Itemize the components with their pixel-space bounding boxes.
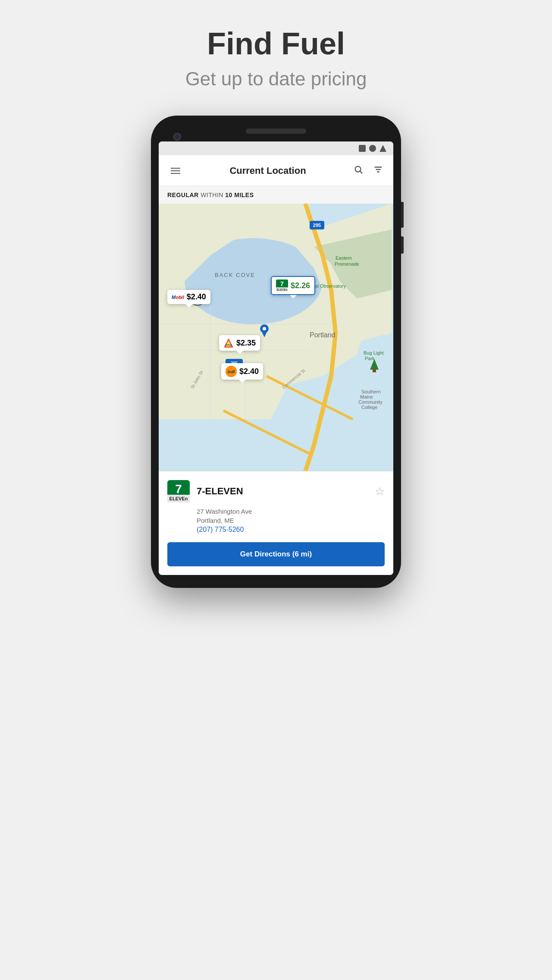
menu-button[interactable] xyxy=(167,164,184,177)
app-bar: Current Location xyxy=(159,155,393,186)
svg-line-1 xyxy=(360,171,362,173)
phone-speaker xyxy=(246,129,306,134)
menu-line-1 xyxy=(171,168,180,169)
mobil-marker[interactable]: Mobil $2.40 xyxy=(167,290,210,304)
phone-camera xyxy=(173,133,181,141)
svg-text:BACK COVE: BACK COVE xyxy=(215,272,255,278)
phone-screen: Current Location RE xyxy=(159,141,393,575)
phone-frame: Current Location RE xyxy=(151,116,401,588)
svg-text:Promenade: Promenade xyxy=(335,261,359,267)
station-phone[interactable]: (207) 775-5260 xyxy=(167,526,385,534)
signal-icon xyxy=(369,145,376,152)
page-title: Find Fuel xyxy=(207,26,345,61)
gulf-marker[interactable]: Gulf $2.40 xyxy=(221,363,263,380)
svg-text:ELEVEn: ELEVEn xyxy=(169,496,188,501)
filter-bar: REGULAR WITHIN 10 MILES xyxy=(159,186,393,204)
citgo-logo: CITGO xyxy=(223,338,234,348)
station-card: 7 ELEVEn 7-ELEVEN ☆ 27 Washington Ave Po… xyxy=(159,471,393,575)
citgo-price: $2.35 xyxy=(236,339,256,348)
svg-rect-36 xyxy=(373,370,376,372)
page-subtitle: Get up to date pricing xyxy=(185,68,367,90)
filter-separator: WITHIN xyxy=(201,192,225,198)
phone-side-button xyxy=(401,202,404,228)
7eleven-marker[interactable]: 7 ELEVEn $2.26 xyxy=(271,276,315,295)
station-address-line2: Portland, ME xyxy=(167,517,385,524)
svg-text:Portland: Portland xyxy=(310,331,336,339)
gulf-price: $2.40 xyxy=(239,367,259,376)
menu-line-3 xyxy=(171,173,180,174)
svg-text:Maine: Maine xyxy=(360,394,373,399)
svg-text:295: 295 xyxy=(313,223,321,228)
svg-text:CITGO: CITGO xyxy=(225,344,232,346)
mobil-logo: Mobil xyxy=(172,295,184,300)
mobil-price: $2.40 xyxy=(187,292,206,302)
station-address-line1: 27 Washington Ave xyxy=(167,508,385,515)
phone-side-button-2 xyxy=(401,236,404,254)
svg-text:Gulf: Gulf xyxy=(228,370,235,374)
station-logo: 7 ELEVEn xyxy=(167,480,190,503)
7eleven-price: $2.26 xyxy=(291,281,310,290)
gulf-logo: Gulf xyxy=(226,366,237,377)
7eleven-logo-svg: 7 ELEVEn xyxy=(167,480,190,503)
7eleven-marker-logo: 7 ELEVEn xyxy=(276,280,288,292)
svg-text:7: 7 xyxy=(280,280,284,287)
fuel-type: REGULAR xyxy=(167,192,199,198)
svg-text:Community: Community xyxy=(358,399,383,405)
svg-text:Eastern: Eastern xyxy=(336,255,352,261)
svg-text:Park: Park xyxy=(365,356,375,361)
svg-text:7: 7 xyxy=(175,482,182,496)
station-name: 7-ELEVEN xyxy=(197,486,375,497)
filter-button[interactable] xyxy=(372,163,385,179)
citgo-marker[interactable]: CITGO $2.35 xyxy=(219,335,260,351)
map-svg: 9 295 BACK COVE Eastern Promenade Portla… xyxy=(159,204,393,471)
app-bar-actions xyxy=(352,163,385,179)
svg-point-0 xyxy=(355,166,361,172)
station-header: 7 ELEVEn 7-ELEVEN ☆ xyxy=(167,480,385,503)
svg-text:ELEVEn: ELEVEn xyxy=(277,288,288,291)
wifi-icon xyxy=(380,145,386,152)
app-title: Current Location xyxy=(184,165,352,176)
svg-point-39 xyxy=(263,327,266,330)
filter-distance: 10 MILES xyxy=(225,192,254,198)
svg-text:Southern: Southern xyxy=(361,389,381,394)
directions-button[interactable]: Get Directions (6 mi) xyxy=(167,542,385,566)
search-button[interactable] xyxy=(352,163,365,179)
svg-text:College: College xyxy=(361,405,377,410)
map-area[interactable]: 9 295 BACK COVE Eastern Promenade Portla… xyxy=(159,204,393,471)
favorite-button[interactable]: ☆ xyxy=(375,485,385,498)
battery-icon xyxy=(359,145,366,152)
svg-text:Bug Light: Bug Light xyxy=(364,350,383,355)
status-bar xyxy=(159,141,393,155)
menu-line-2 xyxy=(171,170,180,171)
